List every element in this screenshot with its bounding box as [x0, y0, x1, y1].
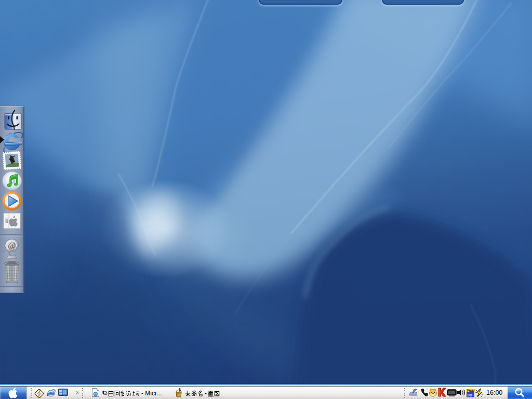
svg-text:3D: 3D [468, 392, 473, 397]
svg-text:-: - [205, 390, 207, 397]
svg-text:- Micr...: - Micr... [141, 390, 162, 397]
